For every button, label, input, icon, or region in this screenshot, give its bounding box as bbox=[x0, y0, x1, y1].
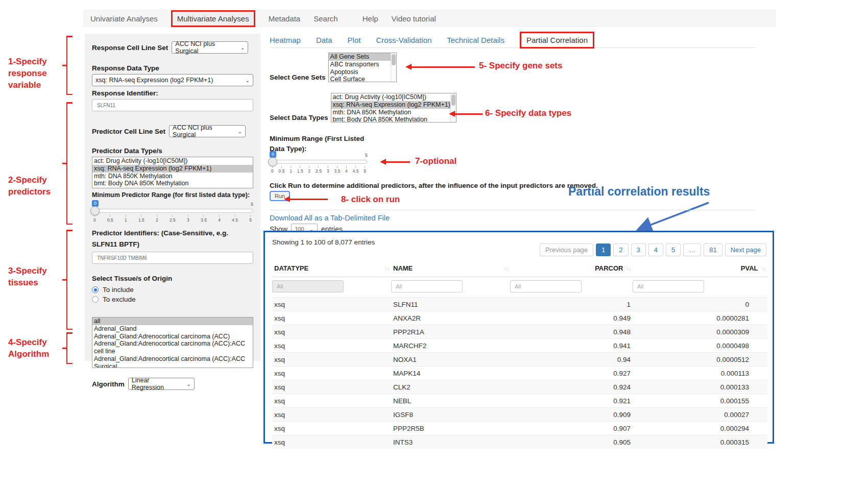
listbox-option-selected[interactable]: all bbox=[92, 318, 253, 325]
red-arrow-run bbox=[290, 199, 328, 200]
annotation-step4: 4-Specify Algorithm bbox=[8, 337, 49, 360]
filter-input-datatype[interactable] bbox=[272, 280, 344, 292]
tab-heatmap[interactable]: Heatmap bbox=[270, 36, 301, 44]
annotation-step1: 1-Specify response variable bbox=[8, 56, 47, 91]
nav-video-tutorial[interactable]: Video tutorial bbox=[392, 14, 436, 23]
scrollbar-thumb[interactable] bbox=[451, 94, 455, 106]
tissues-listbox[interactable]: all Adrenal_Gland Adrenal_Gland:Adrenoco… bbox=[92, 317, 253, 368]
sort-icon: ↑↓ bbox=[504, 265, 509, 272]
nav-metadata[interactable]: Metadata bbox=[269, 14, 301, 23]
slider-track[interactable] bbox=[270, 160, 368, 164]
listbox-option[interactable]: bmt: Body DNA 850K Methylation bbox=[92, 180, 253, 187]
nav-multivariate-analyses[interactable]: Multivariate Analyses bbox=[171, 10, 255, 27]
column-header-pval[interactable]: PVAL↑↓ bbox=[633, 260, 767, 277]
listbox-option-selected[interactable]: xsq: RNA-seq Expression (log2 FPKM+1) bbox=[92, 165, 253, 173]
filter-input-parcor[interactable] bbox=[510, 280, 582, 292]
min-predictor-range-slider[interactable]: 0 5 0 0.5 1 1.5 2 2.5 3 3.5 4 4.5 5 bbox=[92, 200, 253, 225]
listbox-option[interactable]: Adrenal_Gland:Adrenocortical carcinoma (… bbox=[92, 340, 253, 355]
chevron-down-icon: ⌄ bbox=[246, 78, 250, 83]
column-header-parcor[interactable]: PARCOR↑↓ bbox=[510, 260, 633, 277]
table-row[interactable]: xsqSLFN11 10 bbox=[272, 298, 767, 311]
scrollbar[interactable] bbox=[391, 53, 396, 82]
listbox-option[interactable]: act: Drug Activity (-log10[IC50M]) bbox=[92, 157, 253, 165]
table-row[interactable]: xsqIGSF8 0.9090.00027 bbox=[272, 408, 767, 422]
listbox-option-selected[interactable]: xsq: RNA-seq Expression (log2 FPKM+1) bbox=[331, 101, 450, 109]
tissues-include-radio[interactable]: To include bbox=[92, 285, 253, 295]
response-cell-line-set-select[interactable]: ACC NCI plus Surgical ⌄ bbox=[172, 41, 248, 54]
listbox-option[interactable]: bmt: Body DNA 850K Methylation bbox=[331, 116, 450, 123]
listbox-option[interactable]: mth: DNA 850K Methylation bbox=[92, 173, 253, 180]
partial-correlation-table: DATATYPE↑↓ NAME↑↓ PARCOR↑↓ PVAL↑↓ bbox=[272, 260, 767, 449]
response-data-type-select[interactable]: xsq: RNA-seq Expression (log2 FPKM+1) ⌄ bbox=[92, 74, 253, 86]
slider-handle[interactable] bbox=[90, 206, 100, 215]
response-identifier-label: Response Identifier: bbox=[92, 89, 253, 97]
response-identifier-input[interactable] bbox=[92, 99, 253, 111]
download-all-link[interactable]: Download All as a Tab-Delimited File bbox=[270, 214, 390, 222]
nav-univariate-analyses[interactable]: Univariate Analyses bbox=[90, 14, 158, 23]
table-row[interactable]: xsqMAPK14 0.9270.000113 bbox=[272, 367, 767, 380]
filter-input-pval[interactable] bbox=[633, 280, 704, 292]
column-header-name[interactable]: NAME↑↓ bbox=[391, 260, 510, 277]
tab-partial-correlation[interactable]: Partial Correlation bbox=[520, 32, 594, 48]
sort-icon: ↑↓ bbox=[761, 265, 766, 272]
listbox-option-selected[interactable]: All Gene Sets bbox=[329, 53, 391, 61]
gene-sets-listbox[interactable]: All Gene Sets ABC transporters Apoptosis… bbox=[328, 53, 397, 82]
data-types-listbox[interactable]: act: Drug Activity (-log10[IC50M]) xsq: … bbox=[331, 93, 456, 123]
slider-handle[interactable] bbox=[268, 157, 277, 166]
nav-help[interactable]: Help bbox=[363, 14, 378, 23]
listbox-option[interactable]: act: Drug Activity (-log10[IC50M]) bbox=[331, 93, 450, 101]
table-row[interactable]: xsqCLK2 0.9240.000133 bbox=[272, 380, 767, 394]
page-button-5[interactable]: 5 bbox=[666, 243, 681, 256]
predictor-data-types-listbox[interactable]: act: Drug Activity (-log10[IC50M]) xsq: … bbox=[92, 157, 253, 188]
minimum-range-slider[interactable]: 0 5 0 0.5 1 1.5 2 2.5 3 3.5 4 4.5 5 bbox=[270, 151, 368, 176]
response-data-type-label: Response Data Type bbox=[92, 64, 253, 72]
listbox-option[interactable]: mth: DNA 850K Methylation bbox=[331, 109, 450, 116]
filter-input-name[interactable] bbox=[391, 280, 463, 292]
listbox-option[interactable]: Cell Surface bbox=[329, 76, 391, 82]
column-header-datatype[interactable]: DATATYPE↑↓ bbox=[272, 260, 391, 277]
page-button-81[interactable]: 81 bbox=[704, 243, 722, 256]
tab-cross-validation[interactable]: Cross-Validation bbox=[376, 36, 431, 44]
results-tab-bar: Heatmap Data Plot Cross-Validation Techn… bbox=[270, 33, 756, 48]
table-filter-row bbox=[272, 277, 767, 298]
brace-step3 bbox=[66, 230, 74, 330]
pagination: Previous page 1 2 3 4 5 … 81 Next page bbox=[537, 243, 766, 256]
analysis-form-panel: Response Cell Line Set ACC NCI plus Surg… bbox=[85, 34, 260, 361]
tab-plot[interactable]: Plot bbox=[348, 36, 361, 44]
annotation-step8: 8- click on run bbox=[341, 194, 400, 206]
next-page-button[interactable]: Next page bbox=[725, 243, 766, 256]
listbox-option[interactable]: Adrenal_Gland:Adrenocortical carcinoma (… bbox=[92, 333, 253, 340]
algorithm-label: Algorithm bbox=[92, 380, 125, 388]
listbox-option[interactable]: Apoptosis bbox=[329, 68, 391, 76]
slider-track[interactable] bbox=[92, 209, 253, 213]
table-row[interactable]: xsqPPP2R5B 0.9070.000294 bbox=[272, 422, 767, 435]
top-navbar: Univariate Analyses Multivariate Analyse… bbox=[83, 10, 776, 27]
page-button-1[interactable]: 1 bbox=[596, 243, 611, 256]
listbox-option[interactable]: Adrenal_Gland:Adrenocortical carcinoma (… bbox=[92, 355, 253, 368]
brace-step1 bbox=[66, 36, 74, 95]
red-arrow-optional bbox=[385, 161, 410, 163]
tissues-exclude-radio[interactable]: To exclude bbox=[92, 295, 253, 304]
page-button-2[interactable]: 2 bbox=[613, 243, 628, 256]
table-row[interactable]: xsqNEBL 0.9210.000155 bbox=[272, 394, 767, 408]
table-row[interactable]: xsqMARCHF2 0.9410.0000498 bbox=[272, 339, 767, 353]
previous-page-button[interactable]: Previous page bbox=[540, 243, 593, 256]
algorithm-select[interactable]: Linear Regression ⌄ bbox=[128, 378, 195, 390]
predictor-cell-line-set-select[interactable]: ACC NCI plus Surgical ⌄ bbox=[169, 125, 246, 137]
tissues-label: Select Tissue/s of Origin bbox=[92, 275, 253, 282]
predictor-identifiers-input[interactable] bbox=[92, 252, 253, 264]
table-row[interactable]: xsqINTS3 0.9050.000315 bbox=[272, 435, 767, 449]
table-row[interactable]: xsqNOXA1 0.940.0000512 bbox=[272, 353, 767, 367]
scrollbar[interactable] bbox=[450, 93, 456, 122]
table-row[interactable]: xsqPPP2R1A 0.9480.0000309 bbox=[272, 325, 767, 339]
tab-data[interactable]: Data bbox=[316, 36, 332, 44]
nav-search[interactable]: Search bbox=[314, 14, 338, 23]
tab-technical-details[interactable]: Technical Details bbox=[447, 36, 504, 44]
listbox-option[interactable]: ABC transporters bbox=[329, 61, 391, 68]
scrollbar-thumb[interactable] bbox=[392, 54, 396, 65]
sort-icon: ↑↓ bbox=[385, 265, 390, 272]
page-button-3[interactable]: 3 bbox=[631, 243, 646, 256]
table-row[interactable]: xsqANXA2R 0.9490.0000281 bbox=[272, 311, 767, 325]
page-button-4[interactable]: 4 bbox=[648, 243, 663, 256]
listbox-option[interactable]: Adrenal_Gland bbox=[92, 325, 253, 333]
